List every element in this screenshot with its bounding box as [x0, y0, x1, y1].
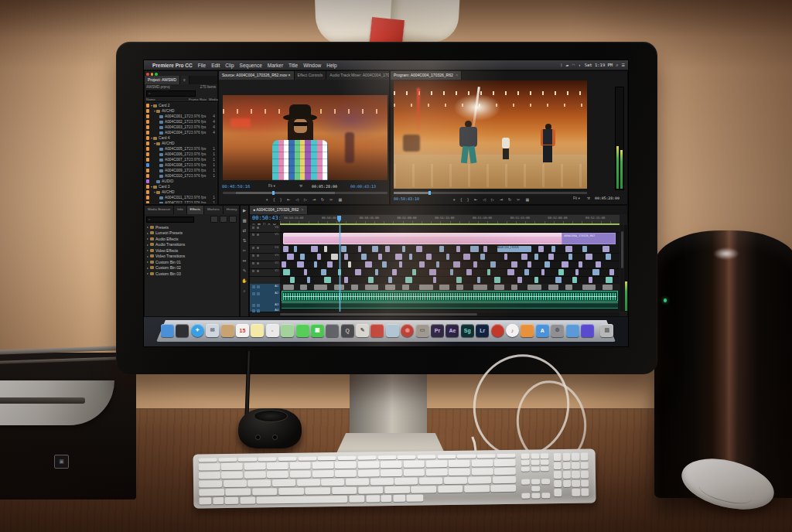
bluetooth-icon[interactable]: ᛒ: [560, 63, 562, 67]
filmstrip-segment[interactable]: [314, 285, 328, 290]
dock-icon-mail[interactable]: ✉: [206, 324, 219, 337]
timeline-clip[interactable]: [585, 254, 592, 260]
keyboard-key[interactable]: [437, 455, 456, 459]
filmstrip-segment[interactable]: [565, 285, 572, 290]
filmstrip-segment[interactable]: [527, 285, 541, 290]
track-visibility-icon[interactable]: [257, 262, 259, 264]
keyboard-key[interactable]: [349, 496, 364, 503]
keyboard-key[interactable]: [370, 478, 394, 485]
keyboard-key[interactable]: [213, 497, 224, 504]
keyboard-key[interactable]: [541, 493, 550, 498]
transport-button-8[interactable]: ✂: [329, 197, 333, 203]
menu-item-clip[interactable]: Clip: [225, 63, 234, 68]
timeline-clip[interactable]: [341, 246, 346, 252]
track-header-v5[interactable]: V5: [250, 232, 280, 245]
yuv-effects-button[interactable]: [229, 216, 237, 223]
effects-item-audio-transitions[interactable]: ▸Audio Transitions: [147, 242, 237, 248]
timeline-clip[interactable]: [419, 261, 425, 268]
timeline-clip[interactable]: [575, 269, 579, 275]
keyboard-key[interactable]: [554, 489, 562, 496]
close-window-button[interactable]: [146, 73, 149, 76]
program-wrench-icon[interactable]: ⚒: [587, 196, 590, 200]
keyboard-key[interactable]: [531, 466, 539, 472]
dock-icon-preview[interactable]: [386, 324, 399, 337]
keyboard-key[interactable]: [221, 463, 243, 470]
dock-icon-photo-booth[interactable]: [326, 324, 339, 337]
effects-search-input[interactable]: ⌕: [146, 217, 194, 223]
timeline-clip[interactable]: [534, 254, 538, 260]
timeline-clip[interactable]: [439, 246, 444, 252]
transport-button-9[interactable]: ▦: [338, 197, 342, 203]
timeline-clip[interactable]: [416, 246, 423, 252]
timeline-clip[interactable]: [433, 277, 436, 283]
keyboard-key[interactable]: [272, 479, 295, 486]
keyboard-key[interactable]: [318, 456, 336, 460]
keyboard-key[interactable]: [438, 486, 463, 493]
keyboard-key[interactable]: [572, 462, 580, 469]
timeline-clip[interactable]: [603, 246, 609, 252]
timeline-clip[interactable]: [504, 254, 507, 260]
column-header-name[interactable]: Name: [146, 97, 189, 101]
keyboard-key[interactable]: [244, 471, 266, 478]
keyboard-key[interactable]: [381, 495, 391, 502]
twirl-icon[interactable]: ▾: [154, 109, 155, 113]
keyboard-key[interactable]: [398, 455, 416, 459]
dock-icon-safari[interactable]: ✦: [191, 324, 204, 337]
volume-icon[interactable]: ◖: [579, 63, 581, 67]
project-row[interactable]: ▾Card 3: [145, 184, 217, 189]
timeline-v-scrollbar[interactable]: [620, 225, 623, 312]
timeline-clip[interactable]: [290, 277, 295, 283]
menu-item-help[interactable]: Help: [326, 63, 336, 68]
timeline-clip[interactable]: [314, 261, 317, 268]
keyboard-key[interactable]: [531, 460, 539, 466]
transport-button-0[interactable]: ⌖: [266, 197, 268, 203]
keyboard-key[interactable]: [238, 457, 257, 461]
timeline-clip[interactable]: [606, 254, 611, 260]
timeline-clip[interactable]: [544, 261, 549, 268]
tab-audio-track-mixer[interactable]: Audio Track Mixer: A004C004_170326_R62: [326, 71, 389, 80]
filmstrip-segment[interactable]: [283, 285, 293, 290]
menu-item-sequence[interactable]: Sequence: [240, 63, 262, 68]
timeline-clip[interactable]: [399, 261, 402, 268]
timeline-clip[interactable]: [463, 254, 470, 260]
timeline-clip[interactable]: [589, 277, 592, 283]
timeline-clip[interactable]: [565, 246, 572, 252]
twirl-icon[interactable]: ▸: [147, 237, 148, 240]
twirl-icon[interactable]: ▸: [147, 248, 148, 252]
effects-item-custom-bin-02[interactable]: ▸Custom Bin 02: [147, 265, 237, 271]
twirl-icon[interactable]: ▸: [147, 271, 148, 275]
timeline-clip[interactable]: [324, 246, 327, 252]
transport-button-9[interactable]: ▦: [525, 197, 529, 203]
project-row[interactable]: A004C006_17032623.976 fps1: [145, 152, 217, 157]
timeline-clip[interactable]: [466, 269, 472, 275]
timeline-clip[interactable]: [321, 269, 326, 275]
timeline-clip[interactable]: [402, 246, 405, 252]
timeline-clip[interactable]: [327, 261, 333, 268]
dock-icon-textedit[interactable]: ✎: [356, 324, 369, 337]
keyboard-key[interactable]: [366, 495, 380, 502]
keyboard-key[interactable]: [449, 460, 470, 467]
source-playhead-marker[interactable]: [272, 191, 275, 195]
timeline-clip[interactable]: [477, 277, 480, 283]
timeline-clip[interactable]: [358, 246, 361, 252]
timeline-clip[interactable]: [572, 277, 577, 283]
timeline-clip[interactable]: [609, 269, 614, 275]
twirl-icon[interactable]: ▾: [151, 136, 152, 140]
notification-center-icon[interactable]: ☰: [622, 63, 625, 67]
dock-icon-hard-drive[interactable]: ▭: [416, 324, 429, 337]
dock-icon-calendar[interactable]: 15: [236, 324, 249, 337]
timeline-clip[interactable]: [579, 261, 582, 268]
keyboard-key[interactable]: [199, 489, 224, 496]
keyboard-key[interactable]: [562, 462, 571, 469]
timeline-clip[interactable]: [596, 261, 601, 268]
timeline-clip[interactable]: [412, 269, 415, 275]
timeline-clip[interactable]: [511, 261, 518, 268]
keyboard-key[interactable]: [384, 486, 410, 493]
program-scrubber[interactable]: [394, 192, 587, 194]
keyboard-key[interactable]: [471, 459, 493, 466]
timeline-clip[interactable]: [524, 269, 529, 275]
timeline-clip[interactable]: [507, 269, 514, 275]
timeline-clip[interactable]: [395, 254, 402, 260]
timeline-clip[interactable]: [304, 269, 307, 275]
keyboard-key[interactable]: [258, 457, 277, 461]
